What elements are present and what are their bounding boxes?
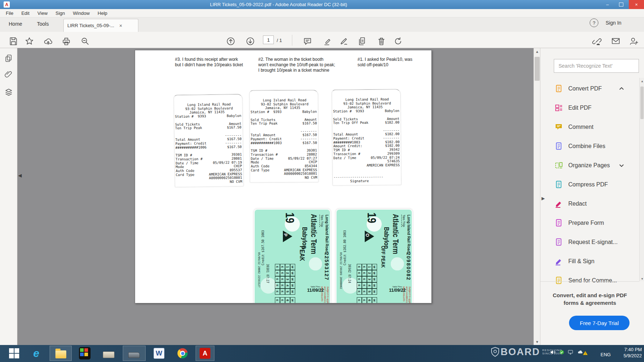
trial-promo-text: Convert, edit and e-sign PDF forms & agr…	[544, 291, 636, 307]
ticket-credit-stub: Credit $102.00 1003	[343, 211, 347, 265]
menu-window[interactable]: Window	[73, 10, 89, 16]
menu-bar: File Edit View Sign Window Help	[0, 9, 644, 17]
network-monitor-icon[interactable]	[567, 349, 574, 355]
next-page-icon[interactable]	[246, 37, 255, 46]
close-button[interactable]: ×	[629, 0, 644, 9]
ticket-peak-label: OFF PEAK	[380, 246, 386, 268]
taskbar-acrobat[interactable]: A	[199, 348, 211, 359]
menu-file[interactable]: File	[6, 10, 13, 16]
scanner-icon	[128, 352, 140, 358]
menu-edit[interactable]: Edit	[21, 10, 29, 16]
page-thumbnails-icon[interactable]	[4, 54, 13, 63]
tool-item-compress-pdf[interactable]: Compress PDF	[555, 175, 636, 194]
highlight-tool-icon[interactable]	[323, 37, 333, 46]
page-total-label: / 1	[277, 38, 282, 43]
panel-scrollbar-thumb[interactable]	[640, 87, 644, 119]
menu-help[interactable]: Help	[98, 10, 108, 16]
panel-collapse-icon[interactable]: ▶	[541, 196, 545, 201]
free-trial-button[interactable]: Free 7-Day Trial	[569, 316, 630, 330]
save-icon[interactable]	[9, 37, 18, 46]
panel-scroll-up-icon[interactable]: ▲	[640, 78, 644, 84]
rotate-pages-icon[interactable]	[393, 37, 403, 46]
taskbar-scanner-app[interactable]	[128, 348, 140, 359]
tool-item-combine-files[interactable]: Combine Files	[555, 136, 636, 156]
tab-home[interactable]: Home	[9, 21, 22, 27]
export-pdf-icon[interactable]	[358, 37, 367, 46]
scrollbar-thumb[interactable]	[535, 57, 540, 81]
delete-pages-icon[interactable]	[377, 37, 386, 46]
menu-view[interactable]: View	[37, 10, 47, 16]
share-link-icon[interactable]	[592, 37, 602, 46]
ticket-punch-cell: E	[362, 270, 367, 276]
page-number-input[interactable]	[263, 35, 274, 44]
puzzle-icon	[79, 347, 91, 359]
maximize-button[interactable]	[614, 0, 628, 9]
document-viewport[interactable]: ◀ #3. I found this receipt after work bu…	[17, 48, 534, 345]
document-scrollbar[interactable]: ▲ ▼	[534, 48, 540, 345]
help-icon[interactable]: ?	[590, 18, 598, 27]
favorite-star-icon[interactable]	[25, 37, 34, 46]
scroll-up-icon[interactable]: ▲	[534, 48, 540, 55]
taskbar-file-explorer[interactable]	[55, 348, 67, 359]
minimize-button[interactable]: –	[601, 0, 614, 9]
tab-close-icon[interactable]: ×	[119, 23, 122, 29]
taskbar-printer-app[interactable]	[103, 348, 114, 359]
pdf-note-3: #3. I found this receipt after work but …	[175, 57, 255, 68]
ticket-railroad: Long Island Rail Road	[325, 215, 329, 253]
ticket-punch-cell: E	[362, 276, 367, 282]
ticket-punch-cell: W	[290, 276, 295, 282]
tool-item-label: Redact	[568, 201, 587, 207]
tool-item-prepare-form[interactable]: Prepare Form	[555, 213, 636, 232]
panel-scrollbar[interactable]: ▲ ▼	[639, 78, 644, 281]
tool-item-convert-pdf[interactable]: Convert PDF	[555, 79, 636, 98]
previous-page-icon[interactable]	[226, 37, 235, 46]
chevron-up-icon[interactable]	[618, 85, 625, 92]
start-button[interactable]	[8, 348, 20, 359]
sign-in-link[interactable]: Sign In	[606, 20, 622, 26]
comment-tool-icon[interactable]	[303, 37, 312, 46]
chevron-down-icon[interactable]	[618, 162, 625, 169]
scroll-down-icon[interactable]: ▼	[534, 338, 540, 345]
receipt-1: Long Island Rail Road 93-02 Sutphin Boul…	[173, 94, 244, 187]
panel-scroll-down-icon[interactable]: ▼	[640, 275, 644, 282]
ticket-credit-stub: Credit $167.50 1003	[261, 211, 265, 265]
tool-item-request-e-signat[interactable]: Request E-signat...	[555, 232, 636, 252]
search-zoom-icon[interactable]	[80, 37, 90, 46]
tab-document[interactable]: LIRR Tickets_05-09-... ×	[63, 19, 138, 32]
share-cloud-icon[interactable]	[43, 37, 53, 46]
ticket-punch-cell: 3	[367, 276, 372, 282]
search-tools-input[interactable]	[554, 59, 639, 73]
tool-item-organize-pages[interactable]: Organize Pages	[555, 156, 636, 175]
tool-item-comment[interactable]: Comment	[555, 117, 636, 136]
clock-date: 5/9/2022	[612, 353, 642, 359]
combine-files-icon	[555, 142, 563, 151]
internet-explorer-icon: e	[33, 348, 39, 359]
tool-item-redact[interactable]: Redact	[555, 194, 636, 213]
ticket-punch-cell: E	[275, 264, 280, 270]
tool-item-label: Combine Files	[568, 143, 605, 150]
share-with-others-icon[interactable]	[629, 37, 639, 46]
tool-item-send-for-comme[interactable]: Send for Comme...	[555, 271, 636, 290]
pdf-page[interactable]: #3. I found this receipt after work but …	[135, 50, 432, 303]
tool-item-edit-pdf[interactable]: Edit PDF	[555, 98, 636, 117]
warning-icon[interactable]	[582, 350, 588, 356]
sign-pen-icon[interactable]	[339, 37, 348, 46]
ticket-punch-grid-2: WWWWW678910EEEEEEEEEE	[357, 297, 377, 303]
menu-sign[interactable]: Sign	[55, 10, 65, 16]
panel-separator	[540, 281, 639, 282]
taskbar-internet-explorer[interactable]: e	[30, 348, 42, 359]
email-icon[interactable]	[611, 37, 620, 46]
ticket-punch-cell: W	[372, 264, 377, 270]
tab-tools[interactable]: Tools	[37, 21, 49, 27]
taskbar-puzzle-app[interactable]	[79, 348, 91, 359]
tool-item-fill-sign[interactable]: Fill & Sign	[555, 252, 636, 271]
attachments-icon[interactable]	[4, 70, 13, 79]
taskbar-clock[interactable]: 7:40 PM 5/9/2022	[612, 346, 642, 359]
language-indicator[interactable]: ENG	[601, 352, 611, 357]
ticket-punch-cell: E	[362, 289, 367, 295]
layers-icon[interactable]	[4, 88, 13, 97]
taskbar-chrome[interactable]	[177, 348, 188, 359]
left-pane-collapse-icon[interactable]: ◀	[18, 173, 22, 178]
taskbar-word[interactable]: W	[153, 348, 165, 359]
print-icon[interactable]	[62, 37, 71, 46]
